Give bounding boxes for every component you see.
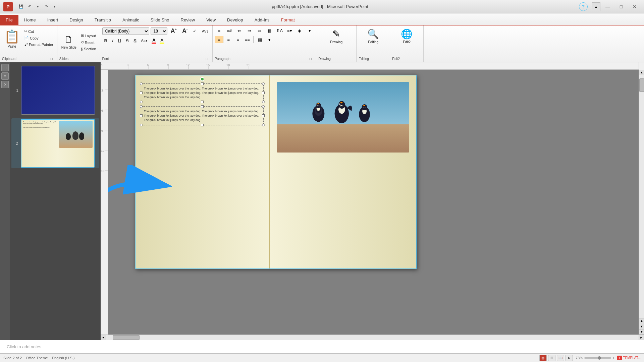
table-button[interactable]: ▦: [256, 36, 264, 43]
text-highlight-button[interactable]: A: [158, 37, 166, 44]
zoom-in-button[interactable]: +: [612, 356, 614, 360]
tab-format[interactable]: Format: [275, 15, 301, 25]
align-left-button[interactable]: ≡: [215, 36, 223, 43]
slide-canvas-area[interactable]: The quick brown fox jumps over the lazy …: [108, 70, 639, 335]
scroll-page-up-button[interactable]: ▲: [639, 318, 644, 323]
format-painter-button[interactable]: 🖌 Format Painter: [22, 42, 55, 48]
editing-button[interactable]: 🔍 Editing: [363, 27, 383, 46]
slide-thumbnail-2[interactable]: 2 The quick brown fox jumps over the laz…: [11, 118, 99, 168]
line-spacing-button[interactable]: ↕≡: [255, 27, 264, 34]
font-name-select[interactable]: Calibri (Body): [102, 27, 149, 35]
redo-button[interactable]: ↷: [43, 3, 50, 10]
font-color-button[interactable]: A: [150, 37, 158, 44]
bold-button[interactable]: B: [102, 38, 109, 44]
handle2-top-right[interactable]: [262, 105, 265, 108]
numbering-button[interactable]: ≡#: [225, 27, 233, 34]
notes-area[interactable]: Click to add notes: [0, 340, 644, 353]
zoom-slider[interactable]: [584, 357, 611, 359]
clipboard-dialog-launcher[interactable]: ⊡: [50, 57, 55, 62]
handle-top-left[interactable]: [140, 82, 143, 85]
handle2-bottom-middle[interactable]: [201, 124, 204, 126]
scroll-down-button[interactable]: ▼: [639, 329, 644, 335]
drawing-button[interactable]: ✎ Drawing: [326, 27, 346, 46]
close-button[interactable]: ✕: [629, 2, 641, 11]
tab-review[interactable]: Review: [175, 15, 201, 25]
scrollbar-thumb[interactable]: [639, 78, 644, 92]
slide-sorter-button[interactable]: ⊞: [548, 355, 555, 361]
edit2-button[interactable]: 🌐 Edit2: [397, 27, 417, 46]
tab-home[interactable]: Home: [18, 15, 42, 25]
rotation-handle[interactable]: [200, 77, 204, 81]
layout-button[interactable]: ⊞ Layout: [79, 33, 98, 39]
increase-font-size-button[interactable]: A+: [169, 27, 179, 35]
columns-button[interactable]: ▦: [265, 27, 274, 34]
tab-animations[interactable]: Animatic: [117, 15, 145, 25]
handle-bottom-right[interactable]: [262, 101, 265, 103]
tab-insert[interactable]: Insert: [42, 15, 64, 25]
tab-developer[interactable]: Develop: [221, 15, 249, 25]
justify-button[interactable]: ≡≡: [243, 36, 252, 43]
decrease-indent-button[interactable]: ⇐: [235, 27, 244, 34]
shadow-button[interactable]: S: [131, 38, 139, 44]
copy-button[interactable]: 📄 Copy: [22, 35, 55, 41]
handle-top-middle[interactable]: [201, 82, 204, 85]
save-button[interactable]: 💾: [17, 3, 25, 10]
tab-slideshow[interactable]: Slide Sho: [145, 15, 175, 25]
h-scrollbar-thumb[interactable]: [113, 335, 140, 340]
align-center-button[interactable]: ≡: [224, 36, 233, 43]
handle2-top-middle[interactable]: [201, 105, 204, 108]
zoom-thumb[interactable]: [598, 356, 601, 360]
slide-thumbnail-1[interactable]: 1: [11, 65, 99, 116]
paragraph-dialog-launcher[interactable]: ⊡: [309, 57, 314, 62]
text-box-1[interactable]: The quick brown fox jumps over the lazy …: [141, 83, 264, 102]
collapse-panel-button[interactable]: □: [1, 64, 9, 71]
tab-addins[interactable]: Add-Ins: [249, 15, 275, 25]
more-para-button[interactable]: ▾: [265, 36, 274, 43]
handle-bottom-middle[interactable]: [201, 101, 204, 103]
paste-button[interactable]: 📋 Paste: [2, 27, 22, 50]
tab-view[interactable]: View: [201, 15, 221, 25]
text-direction-button[interactable]: ⇑A: [275, 27, 284, 34]
new-slide-button[interactable]: 🗋 New Slide: [59, 30, 78, 53]
font-dialog-launcher[interactable]: ⊡: [206, 57, 210, 62]
help-button[interactable]: ?: [579, 2, 588, 11]
more-button[interactable]: ▾: [305, 27, 314, 34]
handle2-bottom-left[interactable]: [140, 124, 143, 126]
change-case-button[interactable]: Aa▾: [139, 38, 149, 44]
increase-indent-button[interactable]: ⇒: [245, 27, 254, 34]
strikethrough-button[interactable]: S: [124, 38, 131, 44]
text-box-2[interactable]: The quick brown fox jumps over the lazy …: [141, 106, 264, 125]
char-spacing-button[interactable]: AV↕: [200, 28, 210, 34]
ribbon-expand-button[interactable]: ▲: [592, 2, 600, 11]
tab-transitions[interactable]: Transitio: [89, 15, 117, 25]
customize-qat[interactable]: ▾: [51, 3, 58, 10]
handle2-middle-left[interactable]: [140, 114, 143, 117]
tab-design[interactable]: Design: [64, 15, 89, 25]
font-size-select[interactable]: 18: [151, 27, 167, 35]
tab-file[interactable]: File: [0, 15, 18, 25]
scroll-right-button[interactable]: ►: [639, 335, 644, 340]
list-view-button[interactable]: ≡: [1, 72, 9, 80]
clear-formatting-button[interactable]: ✓: [191, 28, 199, 34]
scroll-up-button[interactable]: ▲: [639, 70, 644, 75]
smartart-button[interactable]: ◈: [295, 27, 304, 34]
handle2-bottom-right[interactable]: [262, 124, 265, 126]
normal-view-button[interactable]: ▤: [539, 355, 547, 361]
align-right-button[interactable]: ≡: [233, 36, 242, 43]
cut-button[interactable]: ✂ Cut: [22, 28, 55, 35]
bullets-button[interactable]: ≡: [215, 27, 223, 34]
align-text-button[interactable]: ≡▾: [285, 27, 294, 34]
handle-middle-left[interactable]: [140, 92, 143, 94]
undo-button[interactable]: ↶: [26, 3, 33, 10]
handle-middle-right[interactable]: [262, 92, 265, 94]
scroll-page-down-button[interactable]: ▼: [639, 324, 644, 329]
undo-dropdown[interactable]: ▾: [34, 3, 42, 10]
handle-bottom-left[interactable]: [140, 101, 143, 103]
decrease-font-size-button[interactable]: A-: [180, 27, 190, 35]
handle-top-right[interactable]: [262, 82, 265, 85]
reset-button[interactable]: ↺ Reset: [79, 39, 98, 46]
handle2-middle-right[interactable]: [262, 114, 265, 117]
reading-view-button[interactable]: 📖: [557, 355, 564, 361]
underline-button[interactable]: U: [116, 38, 123, 44]
slideshow-button[interactable]: ▶: [566, 355, 573, 361]
